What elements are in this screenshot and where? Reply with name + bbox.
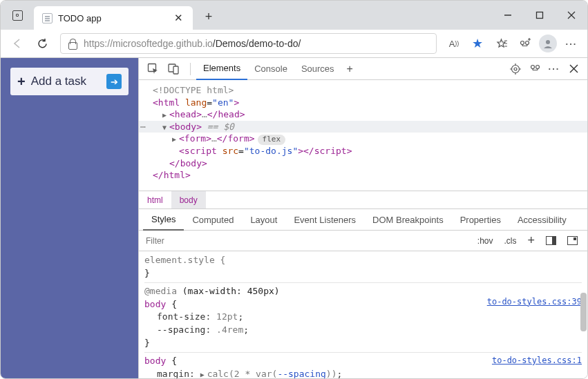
svg-point-8	[525, 41, 529, 44]
rule-element-style[interactable]: element.style { }	[144, 254, 582, 283]
dom-html-open[interactable]: <html lang="en">	[153, 97, 587, 109]
plus-icon: +	[17, 74, 26, 90]
cls-toggle[interactable]: .cls	[500, 231, 520, 251]
device-toolbar-button[interactable]	[164, 59, 183, 79]
dom-body-close: </body>	[153, 157, 587, 170]
styles-tab-a11y[interactable]: Accessibility	[509, 208, 575, 231]
profile-button[interactable]	[536, 32, 560, 55]
settings-more-button[interactable]: ···	[560, 32, 583, 55]
scrollbar[interactable]	[580, 293, 587, 376]
add-task-button[interactable]: + Add a task ➔	[10, 68, 129, 95]
inspect-element-button[interactable]	[143, 59, 162, 79]
browser-tab[interactable]: TODO app ✕	[34, 6, 193, 30]
styles-tab-dom[interactable]: DOM Breakpoints	[364, 208, 452, 231]
dom-form[interactable]: ▶<form>…</form>flex	[153, 133, 587, 145]
computed-sidebar-button[interactable]	[542, 231, 560, 251]
svg-point-11	[546, 40, 550, 44]
tab-favicon-icon	[42, 13, 53, 23]
page-viewport: + Add a task ➔	[1, 58, 138, 379]
url-path: /Demos/demo-to-do/	[213, 38, 301, 49]
svg-rect-14	[173, 66, 178, 74]
nav-refresh-button[interactable]	[30, 31, 55, 56]
styles-tab-styles[interactable]: Styles	[143, 208, 184, 231]
window-minimize-button[interactable]	[492, 1, 524, 30]
url-scheme: https://	[84, 38, 113, 49]
svg-point-7	[520, 41, 524, 44]
address-bar[interactable]: https://microsoftedge.github.io/Demos/de…	[60, 33, 437, 54]
styles-filter-input[interactable]	[144, 231, 473, 251]
devtools-activity-button[interactable]	[525, 59, 544, 79]
source-link[interactable]: to-do-styles.css:39	[487, 296, 582, 308]
svg-point-22	[535, 66, 539, 69]
lock-icon	[68, 39, 77, 48]
nav-back-button[interactable]	[5, 31, 30, 56]
devtools-more-button[interactable]: ···	[544, 59, 564, 79]
url-host: microsoftedge.github.io	[113, 38, 213, 49]
devtools-more-tabs-button[interactable]: +	[343, 63, 357, 75]
read-aloud-button[interactable]: A))	[442, 32, 466, 55]
svg-point-15	[512, 65, 520, 72]
devtools-settings-button[interactable]	[506, 59, 525, 79]
devtools-tab-sources[interactable]: Sources	[294, 58, 341, 80]
dom-doctype: <!DOCTYPE html>	[153, 84, 587, 97]
collections-button[interactable]	[513, 32, 536, 55]
devtools-close-button[interactable]	[564, 59, 583, 79]
dom-head[interactable]: ▶<head>…</head>	[153, 108, 587, 121]
source-link[interactable]: to-do-styles.css:1	[492, 355, 582, 367]
dom-html-close: </html>	[153, 169, 587, 182]
devtools-tab-elements[interactable]: Elements	[196, 58, 247, 80]
devtools-panel: Elements Console Sources + ··· <!DOCTYPE…	[138, 58, 587, 379]
svg-point-21	[531, 66, 534, 69]
styles-tab-computed[interactable]: Computed	[184, 208, 242, 231]
svg-rect-1	[537, 12, 543, 19]
add-task-label: Add a task	[31, 75, 86, 88]
styles-tab-events[interactable]: Event Listeners	[285, 208, 364, 231]
styles-tab-layout[interactable]: Layout	[242, 208, 285, 231]
svg-point-16	[514, 68, 517, 70]
favorite-button[interactable]: ★	[466, 32, 489, 55]
window-close-button[interactable]	[556, 1, 587, 30]
styles-body[interactable]: element.style { } @media (max-width: 450…	[139, 251, 587, 379]
breadcrumb: html body	[139, 191, 587, 208]
devtools-tab-console[interactable]: Console	[247, 58, 294, 80]
new-style-rule-button[interactable]: +	[523, 231, 539, 251]
dom-script[interactable]: <script src="to-do.js"></script>	[153, 145, 587, 157]
tab-close-button[interactable]: ✕	[171, 12, 186, 24]
new-tab-button[interactable]: +	[198, 6, 219, 27]
crumb-body[interactable]: body	[171, 191, 206, 208]
styles-tab-props[interactable]: Properties	[452, 208, 509, 231]
dom-tree[interactable]: <!DOCTYPE html> <html lang="en"> ▶<head>…	[139, 80, 587, 191]
tab-actions-button[interactable]	[1, 1, 34, 30]
dom-body-selected[interactable]: ⋯▼<body> == $0	[139, 121, 587, 133]
svg-rect-26	[552, 237, 556, 244]
rule-media-body[interactable]: @media (max-width: 450px) to-do-styles.c…	[144, 285, 582, 353]
window-maximize-button[interactable]	[524, 1, 556, 30]
crumb-html[interactable]: html	[139, 191, 171, 208]
submit-arrow-icon[interactable]: ➔	[106, 74, 122, 89]
favorites-bar-button[interactable]	[489, 32, 513, 55]
tab-title: TODO app	[58, 13, 171, 23]
svg-rect-28	[573, 237, 576, 240]
rendering-panel-button[interactable]	[563, 231, 582, 251]
rule-body[interactable]: to-do-styles.css:1 body { margin: ▶calc(…	[144, 355, 582, 379]
hov-toggle[interactable]: :hov	[473, 231, 497, 251]
